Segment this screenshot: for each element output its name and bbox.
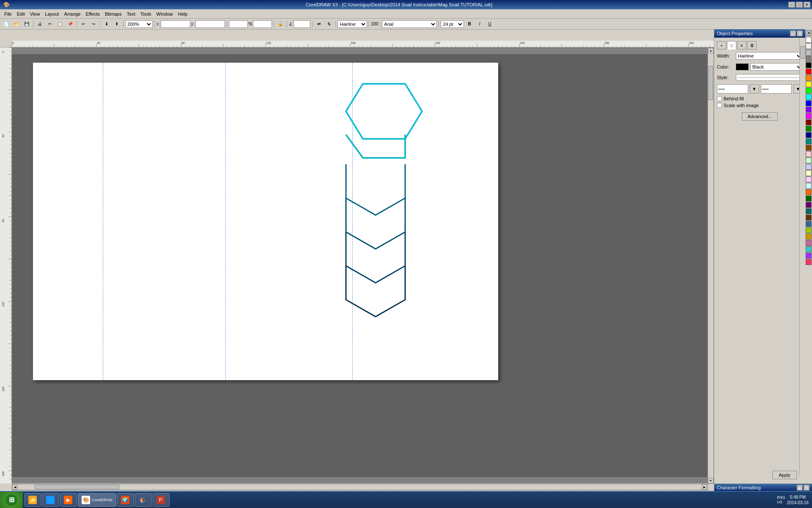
fill-tab[interactable]: ▪	[717, 41, 726, 50]
scroll-thumb-horizontal[interactable]	[35, 485, 119, 489]
color-select[interactable]: Black	[750, 63, 803, 71]
color-darkred[interactable]	[806, 119, 812, 125]
copy-button[interactable]: 📋	[55, 20, 65, 28]
scale-image-checkbox[interactable]	[717, 103, 722, 108]
color-lightblue[interactable]	[806, 164, 812, 170]
lock-ratio-button[interactable]: 🔒	[276, 20, 285, 28]
menu-arrange[interactable]: Arrange	[61, 11, 83, 17]
canvas-scroll[interactable]	[12, 54, 714, 483]
color-steelblue[interactable]	[806, 221, 812, 227]
color-darkpurple[interactable]	[806, 202, 812, 208]
menu-bitmaps[interactable]: Bitmaps	[102, 11, 124, 17]
width-input[interactable]: 100.0	[229, 20, 248, 28]
color-purple[interactable]	[806, 107, 812, 113]
taskbar-mediaplayer[interactable]: ▶	[60, 493, 77, 507]
paste-button[interactable]: 📌	[66, 20, 75, 28]
color-gray[interactable]	[806, 50, 812, 55]
menu-effects[interactable]: Effects	[83, 11, 102, 17]
color-swatch[interactable]	[736, 64, 749, 70]
print-button[interactable]: 🖨	[35, 20, 44, 28]
cut-button[interactable]: ✂	[45, 20, 55, 28]
export-button[interactable]: ⬆	[112, 20, 121, 28]
undo-button[interactable]: ↩	[79, 20, 88, 28]
angle-input[interactable]: 0.0	[294, 20, 310, 28]
height-input[interactable]: 0.0	[253, 20, 272, 28]
color-magenta[interactable]	[806, 113, 812, 119]
color-cyan[interactable]	[806, 94, 812, 100]
start-button[interactable]: ⊞	[0, 492, 23, 508]
internet-tab[interactable]: ≣	[747, 41, 757, 50]
char-panel-close[interactable]: ✕	[804, 485, 809, 491]
menu-help[interactable]: Help	[176, 11, 190, 17]
color-teal[interactable]	[806, 138, 812, 144]
color-lime[interactable]	[806, 227, 812, 233]
mirror-v-button[interactable]: ⇅	[324, 20, 334, 28]
panel-minimize-button[interactable]: –	[790, 30, 796, 36]
menu-edit[interactable]: Edit	[14, 11, 27, 17]
color-yellow[interactable]	[806, 81, 812, 87]
y-coord-input[interactable]: 139.7 mm	[195, 20, 225, 28]
bold-button[interactable]: B	[465, 20, 474, 28]
zoom-select[interactable]: 200% 100% 50%	[125, 20, 153, 28]
panel-scrollbar[interactable]	[799, 38, 805, 475]
width-select[interactable]: Hairline 0.5 pt 1 pt 2 pt	[736, 52, 803, 60]
taskbar-explorer[interactable]: 📁	[25, 493, 41, 507]
behind-fill-checkbox[interactable]	[717, 96, 722, 101]
color-darkorange[interactable]	[806, 189, 812, 195]
end-arrow-select[interactable]: —	[761, 84, 792, 94]
scroll-left-button[interactable]: ◀	[12, 484, 18, 490]
font-size-select[interactable]: 24 pt	[441, 20, 464, 28]
italic-button[interactable]: I	[475, 20, 484, 28]
color-rose[interactable]	[806, 240, 812, 246]
menu-tools[interactable]: Tools	[138, 11, 154, 17]
scroll-right-button[interactable]: ▶	[702, 484, 707, 490]
color-darkgreen[interactable]	[806, 126, 812, 132]
menu-window[interactable]: Window	[154, 11, 176, 17]
new-button[interactable]: 📄	[2, 20, 11, 28]
color-orange[interactable]	[806, 75, 812, 81]
canvas[interactable]	[12, 54, 708, 477]
color-hotpink[interactable]	[806, 259, 812, 265]
scroll-down-button[interactable]: ▼	[708, 478, 713, 483]
advanced-button[interactable]: Advanced...	[742, 112, 777, 121]
maximize-button[interactable]: □	[796, 2, 803, 8]
snail-drawing[interactable]	[337, 80, 431, 351]
horizontal-scrollbar[interactable]: ◀ ▶	[12, 484, 708, 490]
color-lightcyan[interactable]	[806, 183, 812, 189]
style-line-display[interactable]	[736, 74, 803, 81]
menu-file[interactable]: File	[2, 11, 14, 17]
save-button[interactable]: 💾	[22, 20, 31, 28]
mirror-h-button[interactable]: ⇄	[314, 20, 324, 28]
color-chocolate[interactable]	[806, 215, 812, 221]
import-button[interactable]: ⬇	[102, 20, 111, 28]
color-white[interactable]	[806, 37, 812, 43]
apply-button[interactable]: Apply	[772, 471, 797, 479]
x-coord-input[interactable]: 107.95 mm	[161, 20, 190, 28]
no-color-swatch[interactable]: ✕	[806, 30, 812, 36]
color-lightyellow[interactable]	[806, 170, 812, 176]
panel-close-button[interactable]: ✕	[797, 30, 803, 36]
general-tab[interactable]: ≡	[737, 41, 746, 50]
color-green[interactable]	[806, 88, 812, 94]
open-button[interactable]: 📂	[12, 20, 21, 28]
color-aqua[interactable]	[806, 246, 812, 252]
color-brown[interactable]	[806, 145, 812, 151]
font-select[interactable]: Arial	[382, 20, 437, 28]
close-button[interactable]: ✕	[804, 2, 810, 8]
outline-select[interactable]: Hairline	[337, 20, 367, 28]
color-lightpurple[interactable]	[806, 177, 812, 182]
color-lightpink[interactable]	[806, 151, 812, 157]
scroll-thumb-vertical[interactable]	[708, 66, 713, 100]
redo-button[interactable]: ↪	[89, 20, 98, 28]
taskbar-ie[interactable]: 🌐	[42, 493, 59, 507]
start-arrow-select[interactable]: —	[717, 84, 748, 94]
color-red[interactable]	[806, 69, 812, 75]
color-lightgreen[interactable]	[806, 157, 812, 163]
color-darkblue[interactable]	[806, 132, 812, 138]
color-blue[interactable]	[806, 100, 812, 106]
menu-layout[interactable]: Layout	[42, 11, 61, 17]
color-darkteal[interactable]	[806, 208, 812, 214]
taskbar-snail[interactable]: 🐌	[135, 493, 152, 507]
menu-text[interactable]: Text	[124, 11, 138, 17]
color-gold[interactable]	[806, 234, 812, 240]
